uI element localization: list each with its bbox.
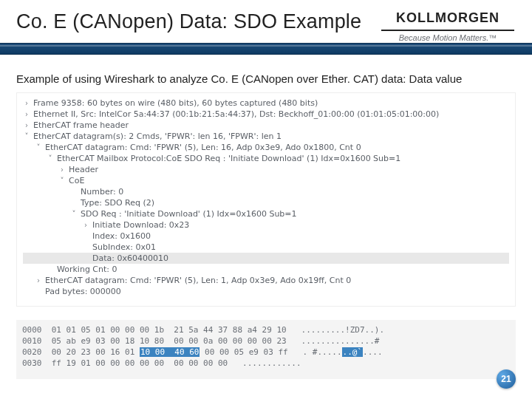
detail-row[interactable]: ›Ethernet II, Src: IntelCor 5a:44:37 (00… — [23, 109, 509, 120]
brand-block: KOLLMORGEN Because Motion Matters.™ — [381, 10, 514, 42]
detail-row[interactable]: ˅CoE — [23, 175, 509, 186]
detail-row[interactable]: ›Frame 9358: 60 bytes on wire (480 bits)… — [23, 98, 509, 109]
page-number-badge: 21 — [497, 369, 516, 389]
hex-row[interactable]: 0010 05 ab e9 03 00 18 10 80 00 00 0a 00… — [22, 335, 510, 347]
detail-text: Data: 0x60400010 — [92, 253, 168, 264]
detail-row[interactable]: Working Cnt: 0 — [23, 264, 509, 275]
hex-row[interactable]: 0030 ff 19 01 00 00 00 00 00 00 00 00 00… — [22, 358, 510, 369]
hex-ascii: . #.......@`.... — [303, 347, 383, 358]
detail-row[interactable]: ›EtherCAT frame header — [23, 120, 509, 131]
caret-down-icon[interactable]: ˅ — [70, 208, 78, 219]
detail-row[interactable]: ˅EtherCAT datagram: Cmd: 'FPWR' (5), Len… — [23, 142, 509, 153]
detail-text: Initiate Download: 0x23 — [92, 219, 189, 231]
detail-text: Type: SDO Req (2) — [81, 197, 154, 208]
detail-row[interactable]: ›Initiate Download: 0x23 — [23, 219, 509, 231]
detail-row[interactable]: ˅SDO Req : 'Initiate Download' (1) Idx=0… — [23, 208, 509, 219]
brand-tagline: Because Motion Matters.™ — [381, 33, 514, 42]
caret-down-icon[interactable]: ˅ — [35, 142, 42, 153]
header-accent-bar — [0, 43, 532, 55]
slide-header: Co. E (CANopen) Data: SDO Example KOLLMO… — [0, 0, 532, 52]
slide-body: Example of using Wireshark to analyze Co… — [0, 52, 532, 307]
detail-row[interactable]: ›Header — [23, 164, 509, 175]
hex-ascii: .........!ZD7..). — [301, 324, 385, 335]
detail-row[interactable]: SubIndex: 0x01 — [23, 242, 509, 253]
detail-row[interactable]: Index: 0x1600 — [23, 231, 509, 242]
caret-right-icon[interactable]: › — [23, 109, 30, 120]
detail-text: SDO Req : 'Initiate Download' (1) Idx=0x… — [81, 208, 297, 219]
detail-text: EtherCAT datagram: Cmd: 'FPWR' (5), Len:… — [45, 142, 361, 153]
brand-rule — [381, 30, 514, 31]
hex-bytes: ff 19 01 00 00 00 00 00 00 00 00 00 — [52, 358, 228, 369]
caret-right-icon[interactable]: › — [35, 275, 42, 286]
detail-text: CoE — [69, 175, 84, 186]
detail-row[interactable]: Pad bytes: 000000 — [23, 286, 509, 297]
hex-offset: 0000 — [22, 324, 52, 335]
detail-row[interactable]: Data: 0x60400010 — [23, 253, 509, 264]
detail-row[interactable]: ›EtherCAT datagram: Cmd: 'FPWR' (5), Len… — [23, 275, 509, 286]
detail-text: SubIndex: 0x01 — [92, 242, 156, 253]
hex-bytes: 01 01 05 01 00 00 00 1b 21 5a 44 37 88 a… — [52, 324, 287, 335]
brand-name: KOLLMORGEN — [381, 10, 514, 26]
hex-row[interactable]: 0000 01 01 05 01 00 00 00 1b 21 5a 44 37… — [22, 324, 510, 335]
hex-ascii: ...............# — [301, 335, 380, 347]
detail-text: EtherCAT Mailbox Protocol:CoE SDO Req : … — [57, 153, 400, 164]
detail-text: Ethernet II, Src: IntelCor 5a:44:37 (00:… — [33, 109, 439, 120]
caret-down-icon[interactable]: ˅ — [47, 153, 54, 164]
detail-text: EtherCAT datagram(s): 2 Cmds, 'FPWR': le… — [33, 131, 282, 142]
detail-row[interactable]: Number: 0 — [23, 186, 509, 197]
hex-offset: 0020 — [22, 347, 52, 358]
wireshark-details-pane: ›Frame 9358: 60 bytes on wire (480 bits)… — [16, 92, 516, 307]
detail-row[interactable]: Type: SDO Req (2) — [23, 197, 509, 208]
caret-right-icon[interactable]: › — [23, 98, 30, 109]
caret-down-icon[interactable]: ˅ — [58, 175, 66, 186]
caret-down-icon[interactable]: ˅ — [23, 131, 30, 142]
detail-text: EtherCAT frame header — [33, 120, 129, 131]
detail-text: EtherCAT datagram: Cmd: 'FPWR' (5), Len:… — [45, 275, 351, 286]
lead-text: Example of using Wireshark to analyze Co… — [16, 72, 516, 85]
hex-row[interactable]: 0020 00 20 23 00 16 01 10 00 40 60 00 00… — [22, 347, 510, 358]
hex-bytes: 00 20 23 00 16 01 10 00 40 60 00 00 05 e… — [52, 347, 288, 358]
caret-right-icon[interactable]: › — [82, 219, 89, 231]
detail-text: Working Cnt: 0 — [57, 264, 117, 275]
hex-bytes: 05 ab e9 03 00 18 10 80 00 00 0a 00 00 0… — [52, 335, 287, 347]
hex-ascii: ............ — [242, 358, 301, 369]
hex-bytes-highlight: 10 00 40 60 — [140, 347, 200, 357]
detail-row[interactable]: ˅EtherCAT datagram(s): 2 Cmds, 'FPWR': l… — [23, 131, 509, 142]
detail-text: Number: 0 — [81, 186, 123, 197]
detail-text: Index: 0x1600 — [92, 231, 151, 242]
slide: Co. E (CANopen) Data: SDO Example KOLLMO… — [0, 0, 532, 399]
hex-offset: 0030 — [22, 358, 52, 369]
wireshark-hex-pane: 0000 01 01 05 01 00 00 00 1b 21 5a 44 37… — [16, 320, 516, 379]
caret-right-icon[interactable]: › — [23, 120, 30, 131]
detail-row[interactable]: ˅EtherCAT Mailbox Protocol:CoE SDO Req :… — [23, 153, 509, 164]
detail-text: Frame 9358: 60 bytes on wire (480 bits),… — [33, 98, 318, 109]
detail-text: Header — [69, 164, 98, 175]
hex-offset: 0010 — [22, 335, 52, 347]
detail-text: Pad bytes: 000000 — [45, 286, 121, 297]
hex-ascii-highlight: ..@` — [342, 347, 364, 357]
caret-right-icon[interactable]: › — [58, 164, 66, 175]
